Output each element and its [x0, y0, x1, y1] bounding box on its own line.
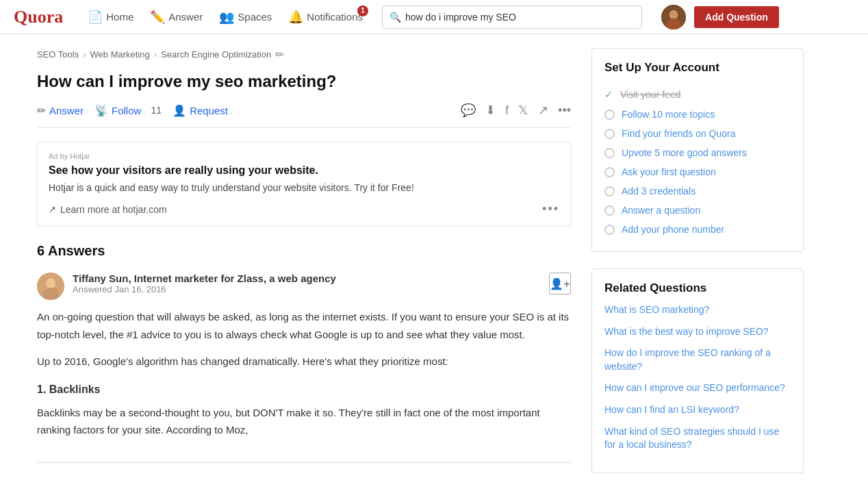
list-item: Find your friends on Quora [604, 124, 791, 143]
breadcrumb-seo-tools[interactable]: SEO Tools [37, 49, 79, 60]
answerer-name[interactable]: Tiffany Sun, Internet marketer for Zlass… [73, 273, 336, 284]
list-item: Follow 10 more topics [604, 105, 791, 124]
list-item: Add 3 credentials [604, 181, 791, 201]
list-item: How do I improve the SEO ranking of a we… [604, 346, 791, 373]
more-icon[interactable]: ••• [558, 103, 571, 118]
setup-item-visit-feed[interactable]: Visit your feed [620, 89, 680, 100]
answer-btn-label: Answer [49, 105, 84, 116]
check-circle-icon [604, 205, 615, 216]
nav-notifications[interactable]: 🔔 Notifications 1 [280, 0, 371, 34]
setup-item-ask-question[interactable]: Ask your first question [622, 166, 716, 177]
breadcrumb-sep-1: › [83, 49, 86, 60]
search-bar: 🔍 [382, 5, 642, 29]
follow-user-icon: 👤+ [550, 277, 570, 290]
answer-subhead-1: 1. Backlinks [37, 380, 571, 399]
nav-home[interactable]: 📄 Home [79, 0, 142, 34]
breadcrumb: SEO Tools › Web Marketing › Search Engin… [37, 48, 571, 61]
follow-count: 11 [151, 105, 162, 116]
answers-count: 6 Answers [37, 243, 571, 259]
related-card: Related Questions What is SEO marketing?… [591, 268, 804, 473]
ad-link-text: Learn more at hotjar.com [60, 204, 167, 215]
related-link-6[interactable]: What kind of SEO strategies should I use… [604, 426, 779, 451]
check-circle-icon [604, 186, 615, 197]
notification-badge: 1 [357, 5, 368, 16]
comment-icon[interactable]: 💬 [461, 103, 476, 118]
setup-item-follow-topics[interactable]: Follow 10 more topics [622, 109, 715, 120]
edit-icon[interactable]: ✏ [275, 48, 284, 61]
breadcrumb-seo[interactable]: Search Engine Optimization [161, 49, 271, 60]
twitter-icon[interactable]: 𝕏 [518, 103, 528, 118]
setup-item-add-phone[interactable]: Add your phone number [622, 224, 724, 235]
breadcrumb-web-marketing[interactable]: Web Marketing [90, 49, 150, 60]
list-item: ✓ Visit your feed [604, 84, 791, 105]
ad-more-icon[interactable]: ••• [542, 202, 559, 216]
action-bar: ✏ Answer 📡 Follow · 11 👤 Request 💬 ⬇ f 𝕏… [37, 103, 571, 128]
check-circle-icon [604, 167, 615, 177]
nav-answer-label: Answer [168, 11, 203, 23]
external-link-icon: ↗ [49, 204, 56, 214]
follow-button[interactable]: 📡 Follow · 11 [94, 104, 162, 117]
ad-label: Ad by Hotjar [49, 152, 559, 160]
answer-para-3: Backlinks may be a second-thought to you… [37, 404, 571, 439]
list-item: Add your phone number [604, 220, 791, 239]
svg-point-4 [46, 279, 55, 289]
list-item: Ask your first question [604, 162, 791, 181]
avatar-image [661, 5, 686, 29]
list-item: What is the best way to improve SEO? [604, 325, 791, 339]
answer-btn-icon: ✏ [37, 104, 46, 117]
setup-item-upvote[interactable]: Upvote 5 more good answers [622, 147, 747, 158]
setup-item-find-friends[interactable]: Find your friends on Quora [622, 128, 736, 139]
check-circle-icon [604, 225, 615, 235]
check-circle-icon [604, 110, 615, 120]
related-link-2[interactable]: What is the best way to improve SEO? [604, 326, 769, 337]
answer-icon: ✏️ [150, 10, 165, 25]
bell-icon: 🔔 [288, 10, 303, 25]
ad-headline: See how your visitors are really using y… [49, 164, 559, 177]
sidebar: Set Up Your Account ✓ Visit your feed Fo… [591, 48, 804, 490]
follow-user-button[interactable]: 👤+ [549, 273, 571, 294]
avatar [37, 273, 64, 300]
answerer-info: Tiffany Sun, Internet marketer for Zlass… [37, 273, 336, 300]
logo[interactable]: Quora [14, 7, 63, 27]
related-link-1[interactable]: What is SEO marketing? [604, 304, 709, 315]
related-link-4[interactable]: How can I improve our SEO performance? [604, 382, 785, 393]
request-btn-label: Request [190, 105, 228, 116]
share-icon[interactable]: ↗ [538, 103, 548, 118]
search-input[interactable] [405, 12, 635, 23]
list-item: What is SEO marketing? [604, 303, 791, 317]
home-icon: 📄 [88, 10, 103, 25]
answers-section: 6 Answers Tiffany Sun, Internet market [37, 243, 571, 463]
follow-btn-label: Follow [112, 105, 141, 116]
downvote-icon[interactable]: ⬇ [485, 103, 496, 118]
nav-home-label: Home [106, 11, 133, 23]
setup-card-title: Set Up Your Account [604, 61, 791, 75]
list-item: How can I improve our SEO performance? [604, 381, 791, 395]
check-circle-icon [604, 148, 615, 158]
answer-button[interactable]: ✏ Answer [37, 104, 84, 117]
answer-body: An on-going question that will always be… [37, 308, 571, 439]
answer-date: Answered Jan 16, 2016 [73, 284, 336, 294]
related-link-5[interactable]: How can I find an LSI keyword? [604, 404, 739, 415]
request-btn-icon: 👤 [173, 104, 186, 117]
list-item: Answer a question [604, 201, 791, 220]
avatar[interactable] [661, 5, 686, 29]
setup-card: Set Up Your Account ✓ Visit your feed Fo… [591, 48, 804, 252]
facebook-icon[interactable]: f [505, 103, 509, 118]
request-button[interactable]: 👤 Request [173, 104, 228, 117]
nav-spaces[interactable]: 👥 Spaces [211, 0, 280, 34]
content-area: SEO Tools › Web Marketing › Search Engin… [37, 48, 571, 490]
related-link-3[interactable]: How do I improve the SEO ranking of a we… [604, 347, 771, 372]
table-row: Tiffany Sun, Internet marketer for Zlass… [37, 273, 571, 463]
nav-answer[interactable]: ✏️ Answer [142, 0, 211, 34]
add-question-button[interactable]: Add Question [694, 6, 779, 28]
breadcrumb-sep-2: › [154, 49, 157, 60]
setup-item-answer-question[interactable]: Answer a question [622, 205, 700, 216]
nav-notifications-label: Notifications [307, 11, 363, 23]
answer-para-1: An on-going question that will always be… [37, 308, 571, 343]
answerer-row: Tiffany Sun, Internet marketer for Zlass… [37, 273, 571, 300]
setup-item-add-credentials[interactable]: Add 3 credentials [622, 186, 695, 197]
answer-para-2: Up to 2016, Google's algorithm has chang… [37, 353, 571, 370]
ad-link[interactable]: ↗ Learn more at hotjar.com [49, 204, 167, 215]
list-item: How can I find an LSI keyword? [604, 403, 791, 417]
check-circle-icon [604, 129, 615, 139]
